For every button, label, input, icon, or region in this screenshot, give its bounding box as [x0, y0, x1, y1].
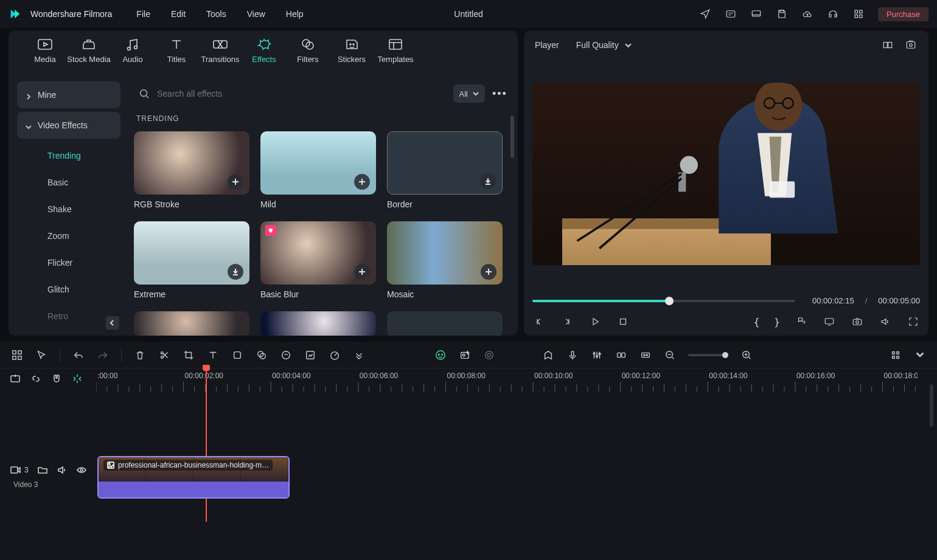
timeline-scrollbar[interactable] — [930, 384, 933, 427]
marker-icon[interactable] — [542, 349, 554, 361]
snapshot-mode-icon[interactable] — [904, 38, 918, 52]
audio-mixer-icon[interactable] — [591, 349, 603, 361]
menu-help[interactable]: Help — [286, 9, 304, 19]
effect-item-partial[interactable] — [387, 311, 503, 336]
effect-item-partial[interactable] — [134, 311, 249, 336]
split-icon[interactable] — [158, 349, 170, 361]
headset-icon[interactable] — [827, 8, 839, 20]
mute-icon[interactable] — [57, 465, 68, 475]
effect-item-mild[interactable]: Mild — [260, 131, 376, 209]
snapshot-icon[interactable] — [851, 315, 864, 328]
tab-transitions[interactable]: Transitions — [198, 38, 242, 64]
search-input[interactable] — [157, 89, 446, 99]
redo-icon[interactable] — [97, 349, 109, 361]
download-icon[interactable] — [480, 173, 496, 189]
track-size-icon[interactable] — [890, 349, 902, 361]
effect-item-extreme[interactable]: Extreme — [134, 221, 249, 299]
effect-item-border[interactable]: Border — [387, 131, 503, 209]
record-icon[interactable] — [483, 349, 495, 361]
tab-templates[interactable]: Templates — [374, 38, 417, 64]
compare-view-icon[interactable] — [881, 38, 894, 52]
play-icon[interactable] — [588, 315, 602, 328]
effect-item-rgb-stroke[interactable]: RGB Stroke — [134, 131, 249, 209]
visibility-icon[interactable] — [76, 465, 87, 475]
tab-stickers[interactable]: Stickers — [330, 38, 374, 64]
grid-icon[interactable] — [852, 8, 865, 20]
display-settings-icon[interactable] — [823, 315, 836, 328]
volume-icon[interactable] — [879, 315, 892, 328]
clip[interactable]: professional-african-businessman-holding… — [97, 456, 290, 499]
category-trending[interactable]: Trending — [17, 142, 120, 169]
tab-effects[interactable]: Effects — [242, 38, 286, 64]
cloud-icon[interactable] — [801, 8, 813, 20]
effect-item-basic-blur[interactable]: Basic Blur — [260, 221, 376, 299]
expand-tools-icon[interactable] — [353, 349, 365, 361]
category-flicker[interactable]: Flicker — [17, 249, 120, 276]
undo-icon[interactable] — [72, 349, 85, 361]
menu-view[interactable]: View — [247, 9, 265, 19]
category-glitch[interactable]: Glitch — [17, 276, 120, 303]
tab-titles[interactable]: Titles — [155, 38, 198, 64]
seek-bar[interactable] — [532, 300, 795, 302]
layout-icon[interactable] — [11, 349, 23, 361]
auto-ripple-icon[interactable] — [72, 373, 83, 384]
collapse-sidebar-button[interactable] — [106, 316, 119, 330]
add-track-icon[interactable] — [10, 373, 21, 384]
cursor-icon[interactable] — [35, 349, 47, 361]
prev-frame-icon[interactable] — [532, 315, 546, 328]
marker-dropdown-icon[interactable] — [795, 315, 808, 328]
mark-in-icon[interactable]: { — [754, 316, 760, 328]
preview-viewport[interactable] — [532, 83, 920, 265]
tab-filters[interactable]: Filters — [286, 38, 330, 64]
menu-tools[interactable]: Tools — [206, 9, 226, 19]
category-retro[interactable]: Retro — [17, 303, 120, 330]
link-icon[interactable] — [30, 373, 41, 384]
mark-out-icon[interactable]: } — [774, 316, 780, 328]
text-tool-icon[interactable] — [207, 349, 219, 361]
zoom-in-icon[interactable] — [740, 349, 753, 361]
ai-tool-icon[interactable] — [280, 349, 292, 361]
next-frame-icon[interactable] — [560, 315, 574, 328]
purchase-button[interactable]: Purchase — [878, 7, 928, 21]
download-icon[interactable] — [228, 264, 243, 280]
effect-item-mosaic[interactable]: Mosaic — [387, 221, 503, 299]
quality-dropdown[interactable]: Full Quality — [570, 36, 638, 54]
more-options-icon[interactable]: ••• — [492, 88, 507, 100]
category-basic[interactable]: Basic — [17, 169, 120, 196]
crop-icon[interactable] — [183, 349, 195, 361]
folder-icon[interactable] — [37, 465, 48, 475]
menu-file[interactable]: File — [136, 9, 150, 19]
scrollbar[interactable] — [510, 116, 514, 158]
category-zoom[interactable]: Zoom — [17, 223, 120, 249]
filter-all-dropdown[interactable]: All — [453, 85, 485, 103]
plus-icon[interactable] — [481, 264, 496, 280]
save-icon[interactable] — [776, 8, 788, 20]
color-icon[interactable] — [256, 349, 268, 361]
fit-width-icon[interactable] — [639, 349, 652, 361]
plus-icon[interactable] — [228, 174, 243, 190]
keyframe-group-icon[interactable] — [615, 349, 627, 361]
ai-photo-icon[interactable] — [459, 349, 471, 361]
desktop-icon[interactable] — [750, 8, 762, 20]
menu-edit[interactable]: Edit — [171, 9, 186, 19]
tab-stock[interactable]: Stock Media — [67, 38, 111, 64]
ai-face-icon[interactable] — [434, 349, 447, 361]
voiceover-icon[interactable] — [566, 349, 579, 361]
send-icon[interactable] — [699, 8, 711, 20]
stop-icon[interactable] — [616, 315, 630, 328]
sidebar-item-mine[interactable]: Mine — [17, 81, 120, 108]
enhance-icon[interactable] — [304, 349, 316, 361]
zoom-slider[interactable] — [688, 354, 728, 356]
seek-knob[interactable] — [665, 297, 674, 305]
fullscreen-icon[interactable] — [907, 315, 920, 328]
message-icon[interactable] — [725, 8, 737, 20]
magnet-icon[interactable] — [51, 373, 62, 384]
effect-item-partial[interactable] — [260, 311, 376, 336]
tab-audio[interactable]: Audio — [111, 38, 155, 64]
timeline-ruler[interactable]: :00:0000:00:02:0000:00:04:0000:00:06:000… — [0, 370, 937, 394]
sidebar-item-video-effects[interactable]: Video Effects — [17, 112, 120, 139]
delete-icon[interactable] — [134, 349, 146, 361]
timeline-tracks[interactable]: 3 Video 3 professional-african-businessm… — [0, 398, 937, 556]
speed-icon[interactable] — [329, 349, 341, 361]
category-shake[interactable]: Shake — [17, 196, 120, 223]
